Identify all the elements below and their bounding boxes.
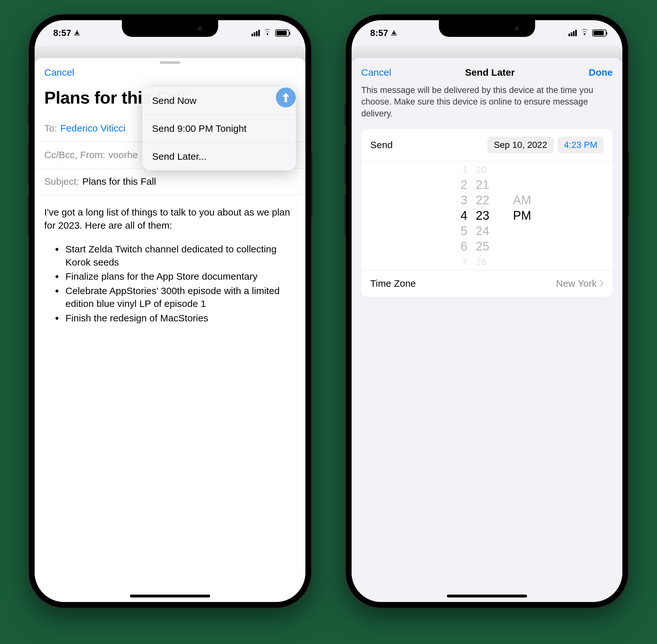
date-pill[interactable]: Sep 10, 2022: [487, 137, 554, 153]
sunrise-icon: [73, 28, 81, 38]
timezone-label: Time Zone: [370, 278, 416, 289]
subject-value: Plans for this Fall: [82, 176, 156, 187]
battery-icon: [592, 29, 606, 37]
list-item: Start Zelda Twitch channel dedicated to …: [64, 243, 296, 269]
body-intro: I've got a long list of things to talk t…: [44, 206, 296, 232]
timezone-value: New York: [556, 278, 597, 289]
sunrise-icon: [390, 28, 398, 38]
power-button: [311, 152, 313, 216]
ccbcc-label: Cc/Bcc, From:: [44, 150, 105, 160]
schedule-card: Send Sep 10, 2022 4:23 PM 1 2 3 4: [361, 129, 613, 297]
side-button: [28, 194, 29, 236]
send-row: Send Sep 10, 2022 4:23 PM: [361, 129, 613, 161]
hour-wheel[interactable]: 1 2 3 4 5 6 7: [438, 161, 468, 270]
body-list: Start Zelda Twitch channel dedicated to …: [44, 243, 296, 325]
send-later-option[interactable]: Send Later...: [142, 143, 296, 170]
phone-left-frame: 8:57 Cancel Plans for this Fall: [29, 15, 311, 608]
status-time: 8:57: [370, 28, 388, 38]
list-item: Finalize plans for the App Store documen…: [64, 270, 296, 283]
list-item: Celebrate AppStories' 300th episode with…: [64, 284, 296, 310]
send-later-sheet: Cancel Send Later Done This message will…: [352, 58, 622, 602]
sheet-grabber[interactable]: [160, 61, 180, 64]
home-indicator[interactable]: [130, 595, 210, 598]
time-picker-wheel[interactable]: 1 2 3 4 5 6 7 20 21 22 23: [361, 161, 613, 270]
phone-right-frame: 8:57 Cancel Send Later Done This message: [346, 15, 628, 608]
screen-right: 8:57 Cancel Send Later Done This message: [352, 20, 622, 602]
compose-sheet: Cancel Plans for this Fall To: Federico …: [35, 58, 305, 602]
to-label: To:: [44, 123, 57, 134]
send-tonight-option[interactable]: Send 9:00 PM Tonight: [142, 115, 296, 143]
notch: [439, 20, 535, 37]
wifi-icon: [580, 28, 589, 38]
home-indicator[interactable]: [447, 595, 527, 598]
signal-bars-icon: [251, 30, 260, 36]
to-value: Federico Viticci: [60, 123, 126, 134]
battery-icon: [275, 29, 289, 37]
page-title: Send Later: [465, 67, 515, 78]
email-body[interactable]: I've got a long list of things to talk t…: [35, 195, 305, 337]
list-item: Finish the redesign of MacStories: [64, 312, 296, 325]
minute-wheel[interactable]: 20 21 22 23 24 25 26: [476, 161, 505, 270]
send-button[interactable]: [276, 88, 296, 108]
notch: [122, 20, 218, 37]
cancel-button[interactable]: Cancel: [361, 67, 391, 78]
done-button[interactable]: Done: [589, 67, 613, 78]
time-pill[interactable]: 4:23 PM: [558, 137, 604, 153]
send-label: Send: [370, 139, 393, 151]
signal-bars-icon: [568, 30, 577, 36]
subject-field[interactable]: Subject: Plans for this Fall: [35, 168, 305, 195]
description-text: This message will be delivered by this d…: [352, 81, 622, 129]
timezone-row[interactable]: Time Zone New York: [361, 270, 613, 297]
subject-label: Subject:: [44, 176, 79, 187]
ampm-wheel[interactable]: AM PM: [513, 161, 536, 270]
chevron-right-icon: [599, 278, 604, 289]
send-now-option[interactable]: Send Now: [142, 87, 296, 115]
power-button: [628, 152, 629, 216]
send-options-popover: Send Now Send 9:00 PM Tonight Send Later…: [142, 87, 296, 170]
wifi-icon: [263, 28, 272, 38]
screen-left: 8:57 Cancel Plans for this Fall: [35, 20, 305, 602]
side-button: [344, 194, 346, 236]
ccbcc-value: voorhe: [109, 150, 138, 160]
status-time: 8:57: [53, 28, 71, 38]
cancel-button[interactable]: Cancel: [44, 67, 74, 78]
